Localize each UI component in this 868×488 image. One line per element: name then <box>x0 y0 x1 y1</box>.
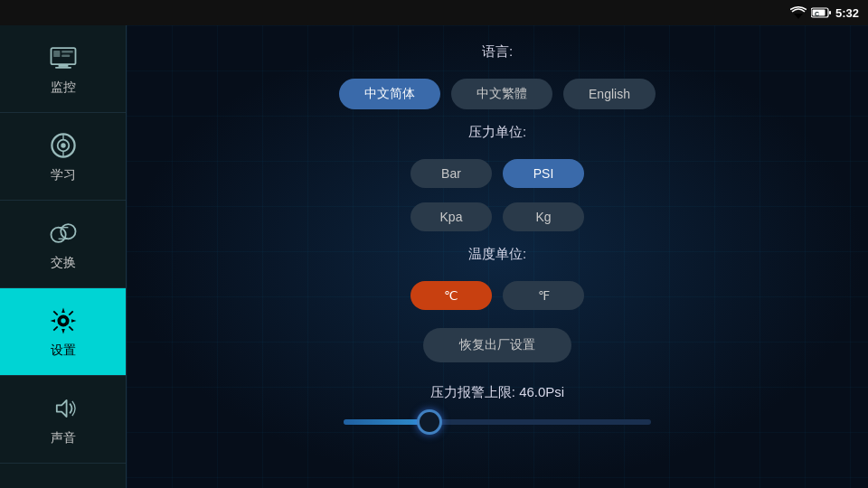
temp-unit-label: 温度单位: <box>468 246 526 263</box>
main-container: 监控 学习 交换 <box>0 25 868 488</box>
sidebar-item-monitor[interactable]: 监控 <box>0 25 126 113</box>
sidebar-item-settings[interactable]: 设置 <box>0 288 126 376</box>
temp-celsius-btn[interactable]: ℃ <box>410 281 492 310</box>
svg-marker-0 <box>794 14 803 19</box>
status-time: 5:32 <box>835 6 859 20</box>
lang-en-btn[interactable]: English <box>563 79 656 109</box>
svg-point-16 <box>51 228 65 242</box>
sidebar: 监控 学习 交换 <box>0 25 127 488</box>
sidebar-item-learn-label: 学习 <box>51 167 76 183</box>
sound-icon <box>47 392 80 425</box>
settings-section: 语言: 中文简体 中文繁體 English 压力单位: Bar PSI Kpa … <box>271 43 723 425</box>
pressure-bar-btn[interactable]: Bar <box>410 159 492 188</box>
sidebar-item-monitor-label: 监控 <box>51 80 76 96</box>
sidebar-item-learn[interactable]: 学习 <box>0 113 126 201</box>
svg-point-17 <box>61 224 75 239</box>
svg-text:C: C <box>815 11 819 17</box>
tire-icon <box>47 129 80 162</box>
pressure-warning: 压力报警上限: 46.0Psi <box>430 384 564 401</box>
sidebar-item-exchange-label: 交换 <box>51 255 76 271</box>
wifi-icon <box>790 6 807 19</box>
svg-point-13 <box>61 143 65 147</box>
sidebar-item-sound-label: 声音 <box>51 430 76 446</box>
slider-container <box>344 419 651 425</box>
gear-icon <box>47 305 80 337</box>
pressure-warning-label: 压力报警上限: <box>430 384 515 399</box>
slider-thumb[interactable] <box>417 409 442 435</box>
sidebar-item-exchange[interactable]: 交换 <box>0 201 126 288</box>
slider-track[interactable] <box>344 419 651 425</box>
pressure-unit-row2: Kpa Kg <box>410 202 584 231</box>
content-area: 语言: 中文简体 中文繁體 English 压力单位: Bar PSI Kpa … <box>127 25 868 488</box>
status-icons: C 5:32 <box>790 6 859 20</box>
pressure-unit-row1: Bar PSI <box>410 159 584 188</box>
svg-rect-7 <box>55 67 71 69</box>
restore-factory-btn[interactable]: 恢复出厂设置 <box>423 328 571 362</box>
monitor-icon <box>47 42 80 74</box>
svg-rect-6 <box>58 64 68 67</box>
svg-rect-2 <box>829 11 831 14</box>
pressure-kg-btn[interactable]: Kg <box>503 202 584 231</box>
pressure-kpa-btn[interactable]: Kpa <box>410 202 492 231</box>
battery-icon: C <box>811 7 831 18</box>
svg-point-22 <box>61 318 65 323</box>
temp-fahrenheit-btn[interactable]: ℉ <box>503 281 584 310</box>
svg-marker-23 <box>56 400 66 417</box>
exchange-icon <box>47 217 80 249</box>
sidebar-item-settings-label: 设置 <box>51 343 76 359</box>
pressure-unit-label: 压力单位: <box>468 124 526 141</box>
language-label: 语言: <box>482 43 513 61</box>
svg-rect-10 <box>61 54 70 57</box>
svg-rect-9 <box>61 51 73 53</box>
pressure-warning-value: 46.0Psi <box>519 384 564 399</box>
language-btn-group: 中文简体 中文繁體 English <box>339 79 656 109</box>
pressure-psi-btn[interactable]: PSI <box>503 159 584 188</box>
svg-rect-8 <box>53 51 60 57</box>
lang-zh-traditional-btn[interactable]: 中文繁體 <box>451 79 552 109</box>
temp-unit-btn-group: ℃ ℉ <box>410 281 584 310</box>
lang-zh-simplified-btn[interactable]: 中文简体 <box>339 79 440 109</box>
status-bar: C 5:32 <box>0 0 868 25</box>
sidebar-item-sound[interactable]: 声音 <box>0 376 126 464</box>
